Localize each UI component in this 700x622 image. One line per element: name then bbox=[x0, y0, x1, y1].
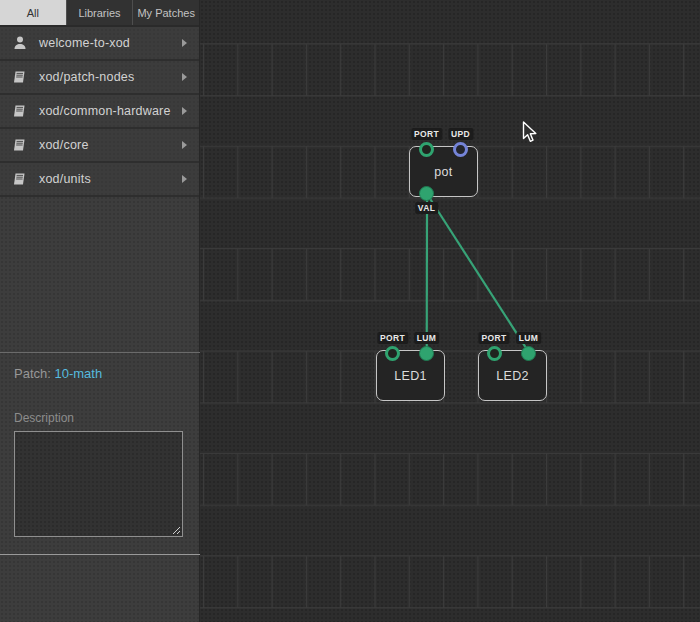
sidebar-item-xod-patch-nodes[interactable]: xod/patch-nodes bbox=[0, 61, 199, 95]
pin-led1-lum[interactable] bbox=[419, 346, 434, 361]
chevron-right-icon bbox=[182, 141, 187, 149]
pin-label-lum: LUM bbox=[414, 332, 440, 344]
pin-pot-val[interactable] bbox=[419, 186, 434, 201]
patch-info-panel: Patch: 10-math Description bbox=[0, 352, 200, 537]
chevron-right-icon bbox=[182, 107, 187, 115]
pin-label-port: PORT bbox=[478, 332, 509, 344]
canvas-grid-and-links bbox=[200, 0, 700, 622]
pin-led2-port[interactable] bbox=[487, 346, 502, 361]
book-icon bbox=[12, 103, 28, 119]
description-label: Description bbox=[14, 411, 186, 425]
node-led2[interactable]: LED2 PORT LUM bbox=[478, 350, 547, 401]
patch-canvas[interactable]: pot PORT UPD VAL LED1 PORT LUM LED2 PORT… bbox=[200, 0, 700, 622]
node-pot[interactable]: pot PORT UPD VAL bbox=[409, 146, 478, 197]
pin-led1-port[interactable] bbox=[385, 346, 400, 361]
chevron-right-icon bbox=[182, 175, 187, 183]
book-icon bbox=[12, 69, 28, 85]
sidebar-item-xod-core[interactable]: xod/core bbox=[0, 129, 199, 163]
chevron-right-icon bbox=[182, 73, 187, 81]
node-led1[interactable]: LED1 PORT LUM bbox=[376, 350, 445, 401]
pin-label-upd: UPD bbox=[448, 128, 473, 140]
sidebar-item-label: xod/core bbox=[39, 138, 89, 152]
sidebar-item-label: xod/units bbox=[39, 172, 91, 186]
tab-all[interactable]: All bbox=[0, 0, 66, 25]
patch-label-text: Patch: bbox=[14, 366, 51, 381]
node-label: LED1 bbox=[394, 369, 426, 383]
book-icon bbox=[12, 137, 28, 153]
pin-pot-port[interactable] bbox=[419, 142, 434, 157]
pin-label-val: VAL bbox=[415, 202, 439, 214]
pin-label-port: PORT bbox=[377, 332, 408, 344]
sidebar-item-label: xod/patch-nodes bbox=[39, 70, 134, 84]
sidebar-item-xod-units[interactable]: xod/units bbox=[0, 163, 199, 197]
sidebar-item-welcome-to-xod[interactable]: welcome-to-xod bbox=[0, 27, 199, 61]
user-icon bbox=[12, 35, 28, 51]
tab-libraries[interactable]: Libraries bbox=[66, 0, 133, 25]
tab-my-patches[interactable]: My Patches bbox=[132, 0, 199, 25]
pin-label-port: PORT bbox=[411, 128, 442, 140]
xod-ide-window: All Libraries My Patches welcome-to-xod … bbox=[0, 0, 700, 622]
description-field-wrap bbox=[14, 431, 183, 537]
library-list: welcome-to-xod xod/patch-nodes xod/commo… bbox=[0, 27, 199, 197]
patch-label: Patch: 10-math bbox=[14, 366, 186, 381]
sidebar-item-label: xod/common-hardware bbox=[39, 104, 171, 118]
node-label: pot bbox=[434, 165, 452, 179]
project-browser-sidebar: All Libraries My Patches welcome-to-xod … bbox=[0, 0, 200, 622]
panel-divider bbox=[0, 554, 200, 555]
sidebar-item-xod-common-hardware[interactable]: xod/common-hardware bbox=[0, 95, 199, 129]
pin-pot-upd[interactable] bbox=[453, 142, 468, 157]
description-textarea[interactable] bbox=[14, 431, 183, 537]
pin-label-lum: LUM bbox=[516, 332, 542, 344]
chevron-right-icon bbox=[182, 39, 187, 47]
pin-led2-lum[interactable] bbox=[521, 346, 536, 361]
sidebar-item-label: welcome-to-xod bbox=[39, 36, 130, 50]
browser-tabs: All Libraries My Patches bbox=[0, 0, 199, 27]
book-icon bbox=[12, 171, 28, 187]
patch-name-link[interactable]: 10-math bbox=[54, 366, 102, 381]
canvas-grid bbox=[200, 0, 700, 622]
node-label: LED2 bbox=[496, 369, 528, 383]
